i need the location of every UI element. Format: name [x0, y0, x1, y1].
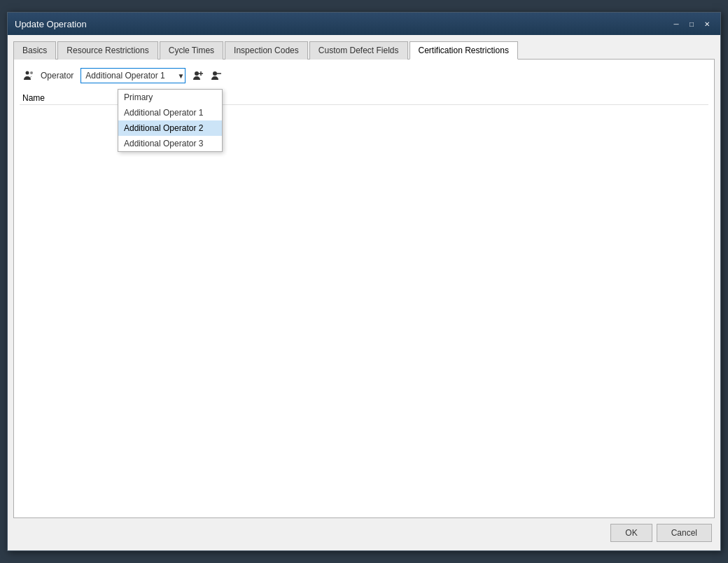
ok-button[interactable]: OK: [610, 524, 652, 542]
minimize-button[interactable]: ─: [670, 18, 682, 30]
titlebar-controls: ─ □ ✕: [670, 18, 713, 30]
tab-custom-defect-fields[interactable]: Custom Defect Fields: [309, 41, 408, 60]
restore-button[interactable]: □: [685, 18, 698, 30]
operator-label: Operator: [41, 71, 74, 81]
operator-dropdown-wrapper: PrimaryAdditional Operator 1Additional O…: [80, 68, 186, 83]
dropdown-option-additional-2[interactable]: Additional Operator 2: [118, 120, 222, 136]
window-title: Update Operation: [15, 19, 87, 29]
tab-certification-restrictions[interactable]: Certification Restrictions: [410, 41, 518, 60]
titlebar: Update Operation ─ □ ✕: [8, 13, 720, 35]
remove-person-icon: [210, 70, 221, 81]
operator-dropdown[interactable]: PrimaryAdditional Operator 1Additional O…: [80, 68, 186, 83]
person-icon-1: [23, 70, 34, 81]
update-operation-window: Update Operation ─ □ ✕ Basics Resource R…: [7, 12, 721, 551]
operator-icons: [21, 68, 36, 83]
svg-point-0: [26, 71, 29, 75]
dropdown-option-additional-1[interactable]: Additional Operator 1: [118, 105, 222, 120]
cancel-button[interactable]: Cancel: [657, 524, 712, 542]
content-area: Operator PrimaryAdditional Operator 1Add…: [13, 60, 715, 518]
tab-basics[interactable]: Basics: [13, 41, 56, 60]
toolbar: Operator PrimaryAdditional Operator 1Add…: [20, 65, 708, 86]
tab-resource-restrictions[interactable]: Resource Restrictions: [57, 41, 158, 60]
add-person-icon: [192, 70, 203, 81]
remove-operator-button[interactable]: [208, 68, 223, 83]
action-icons: [190, 68, 223, 83]
operator-icon-1[interactable]: [21, 68, 36, 83]
close-button[interactable]: ✕: [701, 18, 713, 30]
footer: OK Cancel: [13, 518, 715, 545]
svg-point-1: [30, 71, 33, 74]
dropdown-option-primary[interactable]: Primary: [118, 90, 222, 105]
dropdown-popup: Primary Additional Operator 1 Additional…: [118, 89, 223, 152]
window-body: Basics Resource Restrictions Cycle Times…: [8, 35, 720, 550]
tab-inspection-codes[interactable]: Inspection Codes: [225, 41, 308, 60]
tab-bar: Basics Resource Restrictions Cycle Times…: [13, 41, 715, 60]
dropdown-option-additional-3[interactable]: Additional Operator 3: [118, 136, 222, 151]
tab-cycle-times[interactable]: Cycle Times: [160, 41, 223, 60]
name-label: Name: [22, 93, 45, 103]
add-operator-button[interactable]: [190, 68, 205, 83]
svg-point-5: [213, 71, 217, 76]
svg-point-2: [195, 71, 199, 76]
